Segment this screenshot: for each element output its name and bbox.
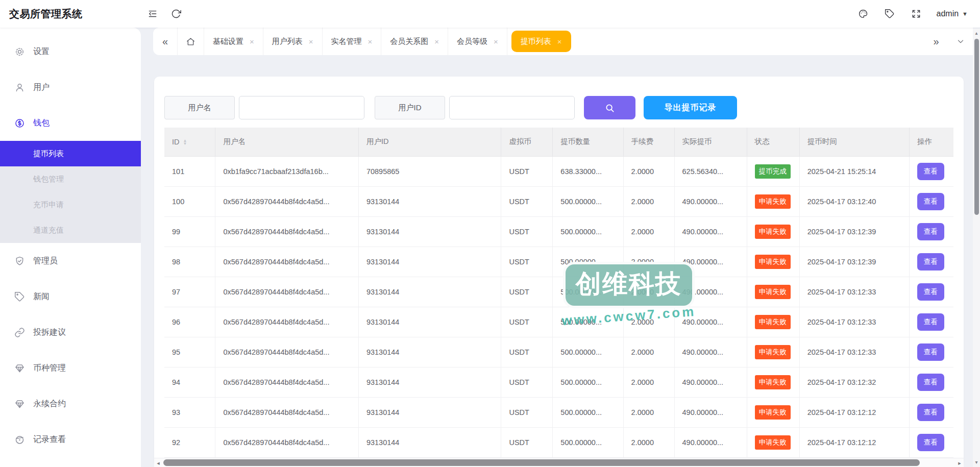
tab-label: 会员关系图 [390, 37, 428, 46]
sidebar-item-users[interactable]: 用户 [0, 69, 141, 105]
cell-userid: 93130144 [358, 397, 501, 427]
cell-id: 101 [164, 156, 215, 186]
sidebar-subitem-deposit-apply[interactable]: 充币申请 [0, 192, 141, 217]
cell-time: 2025-04-17 03:12:39 [799, 216, 909, 247]
scroll-right-arrow-icon[interactable]: ▸ [955, 458, 964, 467]
sort-control[interactable]: ▲▼ [183, 139, 187, 145]
scroll-down-arrow-icon[interactable]: ▾ [975, 459, 977, 466]
cell-status: 申请失败 [747, 397, 799, 427]
theme-palette-icon[interactable] [857, 0, 869, 28]
home-tab[interactable] [178, 28, 204, 55]
cell-status: 申请失败 [747, 186, 799, 216]
userid-input[interactable] [449, 96, 575, 119]
sidebar-item-perpetual-contract[interactable]: 永续合约 [0, 386, 141, 422]
view-button[interactable]: 查看 [917, 434, 944, 451]
sidebar-item-news[interactable]: 新闻 [0, 279, 141, 314]
column-header-1: ID▲▼ [164, 128, 215, 156]
column-header-label: 状态 [755, 137, 770, 145]
view-button[interactable]: 查看 [917, 283, 944, 301]
main-layout: 设置 用户 钱包 提币列表钱包管理充币申请通道充值 管理员 新闻 投拆建议 币种… [0, 28, 980, 467]
tabs-menu-chevron[interactable] [948, 28, 973, 55]
vertical-scroll-thumb[interactable] [974, 39, 979, 215]
horizontal-scroll-track[interactable] [162, 459, 955, 466]
sidebar-subitem-wallet-manage[interactable]: 钱包管理 [0, 166, 141, 192]
tab-close-icon[interactable]: × [494, 38, 498, 45]
cell-id: 98 [164, 247, 215, 277]
search-button[interactable] [584, 96, 635, 119]
cell-amount: 500.00000... [553, 427, 623, 457]
tab-user-list[interactable]: 用户列表 × [263, 28, 323, 55]
column-header-label: 用户名 [223, 137, 246, 145]
view-button[interactable]: 查看 [917, 163, 944, 180]
cell-time: 2025-04-17 03:12:12 [799, 397, 909, 427]
sidebar-item-record-view[interactable]: 记录查看 [0, 422, 141, 457]
sidebar-item-feedback[interactable]: 投拆建议 [0, 314, 141, 350]
sidebar-item-wallet[interactable]: 钱包 [0, 105, 141, 141]
export-button[interactable]: 导出提币记录 [644, 96, 737, 119]
cell-actual: 625.56340... [674, 156, 747, 186]
tab-basic-settings[interactable]: 基础设置 × [204, 28, 263, 55]
tab-close-icon[interactable]: × [557, 38, 562, 45]
tab-close-icon[interactable]: × [368, 38, 373, 45]
sidebar-item-coin-manage[interactable]: 币种管理 [0, 350, 141, 386]
column-header-label: 提币时间 [807, 137, 837, 145]
shield-icon [14, 256, 25, 266]
scroll-left-arrow-icon[interactable]: ◂ [154, 458, 162, 467]
search-bar: 用户名 用户ID 导出提币记录 [164, 96, 953, 119]
link-icon [14, 327, 25, 338]
tab-member-graph[interactable]: 会员关系图 × [381, 28, 448, 55]
username-input[interactable] [239, 96, 364, 119]
cell-coin: USDT [501, 186, 553, 216]
table-body: 101 0xb1fa9cc71acbaaf213dfa16b... 708958… [164, 156, 953, 457]
tag-icon[interactable] [884, 0, 896, 28]
tabs-scroll-right[interactable]: » [924, 28, 948, 55]
cell-coin: USDT [501, 337, 553, 367]
sidebar-subitem-withdraw-list[interactable]: 提币列表 [0, 141, 141, 166]
user-menu[interactable]: admin ▼ [937, 9, 968, 18]
gem-icon [14, 363, 25, 374]
refresh-icon[interactable] [164, 0, 188, 28]
tab-close-icon[interactable]: × [434, 38, 439, 45]
sidebar-item-settings[interactable]: 设置 [0, 34, 141, 69]
sidebar-subitem-channel-recharge[interactable]: 通道充值 [0, 217, 141, 243]
tab-realname-manage[interactable]: 实名管理 × [323, 28, 382, 55]
table-row: 98 0x567d428970444b8f4dc4a5d... 93130144… [164, 247, 953, 277]
scroll-up-arrow-icon[interactable]: ▴ [975, 30, 977, 37]
horizontal-scrollbar[interactable]: ◂ ▸ [154, 458, 964, 467]
view-button[interactable]: 查看 [917, 223, 944, 240]
sidebar-item-admins[interactable]: 管理员 [0, 243, 141, 279]
home-icon [186, 37, 195, 46]
column-header-label: 提币数量 [560, 137, 590, 145]
cell-actual: 490.00000... [674, 427, 747, 457]
view-button[interactable]: 查看 [917, 253, 944, 271]
cell-amount: 500.00000... [553, 367, 623, 397]
view-button[interactable]: 查看 [917, 343, 944, 361]
cell-status: 申请失败 [747, 216, 799, 247]
table-row: 99 0x567d428970444b8f4dc4a5d... 93130144… [164, 216, 953, 247]
tab-member-level[interactable]: 会员等级 × [448, 28, 507, 55]
cell-actual: 490.00000... [674, 247, 747, 277]
tabs-scroll-left[interactable]: « [153, 28, 178, 55]
cell-coin: USDT [501, 367, 553, 397]
fullscreen-icon[interactable] [910, 0, 922, 28]
view-button[interactable]: 查看 [917, 313, 944, 331]
vertical-scrollbar[interactable]: ▴ ▾ [973, 29, 980, 467]
cell-coin: USDT [501, 307, 553, 337]
view-button[interactable]: 查看 [917, 193, 944, 210]
view-button[interactable]: 查看 [917, 404, 944, 421]
horizontal-scroll-thumb[interactable] [163, 459, 920, 466]
cell-action: 查看 [909, 397, 953, 427]
tab-withdraw-list[interactable]: 提币列表 × [511, 31, 571, 52]
cell-username: 0x567d428970444b8f4dc4a5d... [215, 337, 359, 367]
tab-close-icon[interactable]: × [309, 38, 313, 45]
tab-close-icon[interactable]: × [250, 38, 254, 45]
user-name: admin [937, 9, 959, 18]
status-badge: 申请失败 [755, 225, 791, 239]
cell-userid: 93130144 [358, 216, 501, 247]
view-button[interactable]: 查看 [917, 374, 944, 391]
sort-desc-icon[interactable]: ▼ [183, 142, 187, 145]
sidebar-item-label: 币种管理 [33, 363, 66, 374]
collapse-sidebar-icon[interactable] [141, 0, 164, 28]
column-header-10: 操作 [909, 128, 953, 156]
cell-coin: USDT [501, 397, 553, 427]
